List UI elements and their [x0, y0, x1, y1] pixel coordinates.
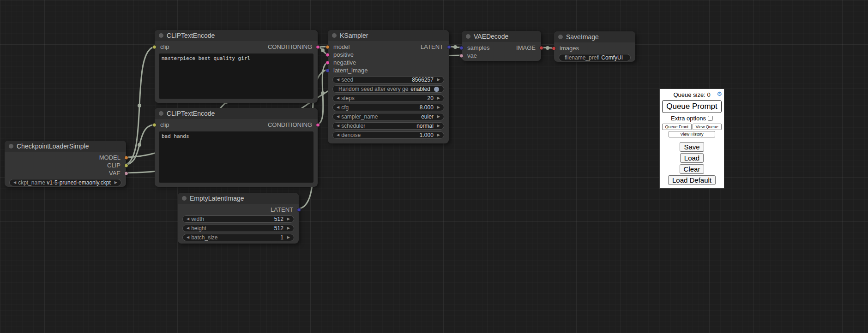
cfg-widget[interactable]: ◀ cfg 8.000 ▶: [332, 104, 444, 111]
height-widget[interactable]: ◀ height 512 ▶: [182, 225, 294, 232]
prev-value-icon[interactable]: ◀: [12, 181, 18, 184]
conditioning-output-dot[interactable]: [316, 45, 320, 49]
vae-output-label: VAE: [109, 170, 121, 177]
clip-output-dot[interactable]: [124, 163, 128, 167]
queue-prompt-button[interactable]: Queue Prompt: [662, 100, 722, 113]
slot-row: clip CONDITIONING: [155, 43, 318, 51]
batch-size-widget[interactable]: ◀ batch_size 1 ▶: [182, 234, 294, 241]
random-seed-toggle[interactable]: Random seed after every gen enabled: [332, 85, 444, 93]
positive-input-label: positive: [333, 51, 354, 58]
model-output-dot[interactable]: [124, 155, 128, 160]
node-title: CLIPTextEncode: [167, 32, 215, 39]
latent-output-dot[interactable]: [297, 208, 301, 212]
samples-input-label: samples: [467, 44, 489, 51]
width-widget[interactable]: ◀ width 512 ▶: [182, 215, 294, 223]
collapse-dot-icon[interactable]: [332, 33, 337, 38]
increment-icon[interactable]: ▶: [285, 236, 292, 239]
view-history-button[interactable]: View History: [669, 131, 715, 137]
steps-widget[interactable]: ◀ steps 20 ▶: [332, 95, 444, 102]
collapse-dot-icon[interactable]: [159, 33, 163, 38]
node-clip-text-encode-positive[interactable]: CLIPTextEncode clip CONDITIONING masterp…: [155, 30, 318, 103]
next-value-icon[interactable]: ▶: [435, 124, 442, 128]
decrement-icon[interactable]: ◀: [335, 106, 341, 109]
increment-icon[interactable]: ▶: [435, 96, 442, 100]
widget-value: enabled: [409, 86, 432, 92]
prompt-textarea[interactable]: masterpiece best quality girl: [159, 54, 313, 99]
increment-icon[interactable]: ▶: [435, 133, 442, 137]
latent-output-dot[interactable]: [447, 45, 451, 49]
filename-prefix-widget[interactable]: filename_prefix ComfyUI: [559, 54, 631, 61]
collapse-dot-icon[interactable]: [182, 196, 187, 201]
collapse-dot-icon[interactable]: [558, 35, 563, 39]
prev-value-icon[interactable]: ◀: [335, 124, 341, 128]
model-output-label: MODEL: [99, 154, 121, 161]
widget-value: 1: [278, 234, 285, 241]
conditioning-output-dot[interactable]: [316, 123, 320, 127]
image-output-dot[interactable]: [539, 46, 543, 50]
vae-output-dot[interactable]: [124, 171, 128, 175]
increment-icon[interactable]: ▶: [285, 217, 292, 221]
view-queue-button[interactable]: View Queue: [693, 124, 722, 130]
clip-input-dot[interactable]: [152, 123, 157, 127]
slot-row: vae: [462, 52, 541, 59]
slot-row: images: [554, 44, 635, 52]
seed-widget[interactable]: ◀ seed 8566257 ▶: [332, 76, 444, 83]
toggle-knob-icon[interactable]: [434, 87, 439, 92]
widget-label: sampler_name: [341, 113, 378, 120]
load-button[interactable]: Load: [680, 153, 704, 163]
clip-input-dot[interactable]: [152, 45, 157, 49]
node-title-bar: CLIPTextEncode: [155, 108, 318, 119]
link-midpoint-dot: [138, 143, 141, 147]
queue-size-label: Queue size: 0: [673, 91, 710, 98]
node-title-bar: VAEDecode: [462, 31, 541, 42]
node-save-image[interactable]: SaveImage images filename_prefix ComfyUI: [554, 31, 635, 62]
decrement-icon[interactable]: ◀: [335, 78, 341, 82]
model-input-dot[interactable]: [326, 45, 330, 49]
decrement-icon[interactable]: ◀: [335, 96, 341, 100]
next-value-icon[interactable]: ▶: [113, 181, 119, 184]
negative-input-dot[interactable]: [326, 60, 330, 65]
extra-options-label: Extra options: [671, 115, 706, 122]
decrement-icon[interactable]: ◀: [185, 217, 191, 221]
save-button[interactable]: Save: [680, 142, 704, 152]
images-input-dot[interactable]: [552, 46, 556, 50]
positive-input-dot[interactable]: [326, 53, 330, 57]
decrement-icon[interactable]: ◀: [335, 133, 341, 137]
scheduler-widget[interactable]: ◀ scheduler normal ▶: [332, 122, 444, 130]
prev-value-icon[interactable]: ◀: [335, 115, 341, 119]
increment-icon[interactable]: ▶: [435, 106, 442, 109]
queue-front-button[interactable]: Queue Front: [662, 124, 692, 130]
widget-label: scheduler: [341, 123, 365, 129]
increment-icon[interactable]: ▶: [435, 78, 442, 82]
output-slot-row: MODEL: [5, 154, 126, 161]
widget-label: width: [191, 216, 204, 222]
widget-value: 512: [272, 216, 285, 222]
node-vae-decode[interactable]: VAEDecode samples IMAGE vae: [462, 31, 541, 61]
link-midpoint-dot: [138, 104, 141, 107]
link-midpoint-dot: [453, 45, 457, 49]
graph-canvas[interactable]: CheckpointLoaderSimple MODEL CLIP VAE ◀ …: [0, 0, 868, 333]
collapse-dot-icon[interactable]: [159, 111, 163, 116]
collapse-dot-icon[interactable]: [466, 34, 470, 39]
next-value-icon[interactable]: ▶: [435, 115, 442, 119]
node-empty-latent-image[interactable]: EmptyLatentImage LATENT ◀ width 512 ▶ ◀ …: [178, 193, 299, 244]
denoise-widget[interactable]: ◀ denoise 1.000 ▶: [332, 131, 444, 139]
extra-options-checkbox[interactable]: [708, 116, 713, 121]
samples-input-dot[interactable]: [459, 46, 464, 50]
node-clip-text-encode-negative[interactable]: CLIPTextEncode clip CONDITIONING bad han…: [155, 108, 318, 187]
widget-value: 1.000: [418, 132, 435, 138]
node-ksampler[interactable]: KSampler model LATENT positive negative …: [328, 30, 449, 143]
load-default-button[interactable]: Load Default: [668, 175, 716, 185]
vae-input-dot[interactable]: [459, 54, 464, 58]
collapse-dot-icon[interactable]: [9, 144, 13, 149]
sampler-name-widget[interactable]: ◀ sampler_name euler ▶: [332, 113, 444, 120]
decrement-icon[interactable]: ◀: [185, 226, 191, 230]
decrement-icon[interactable]: ◀: [185, 236, 191, 239]
clear-button[interactable]: Clear: [680, 164, 705, 174]
increment-icon[interactable]: ▶: [285, 226, 292, 230]
settings-gear-icon[interactable]: ⚙: [717, 90, 722, 98]
node-checkpoint-loader[interactable]: CheckpointLoaderSimple MODEL CLIP VAE ◀ …: [5, 141, 126, 187]
ckpt-name-widget[interactable]: ◀ ckpt_name v1-5-pruned-emaonly.ckpt ▶: [9, 179, 121, 186]
latent-image-input-dot[interactable]: [326, 68, 330, 72]
prompt-textarea[interactable]: bad hands: [159, 131, 313, 183]
